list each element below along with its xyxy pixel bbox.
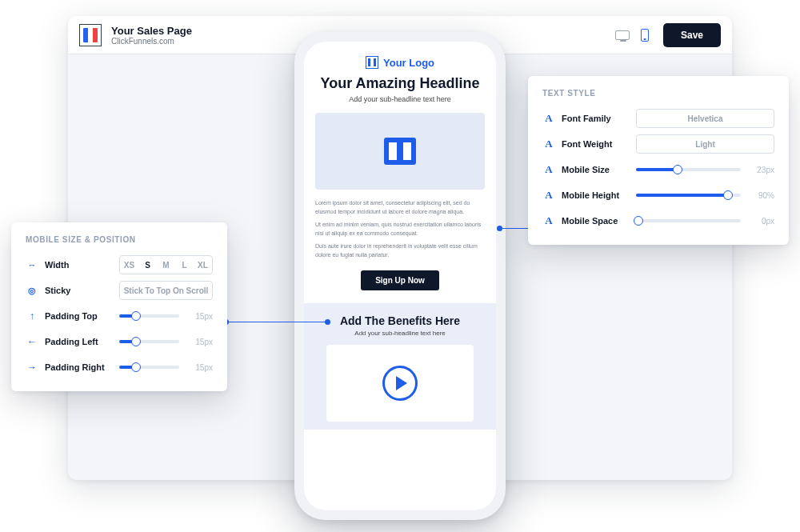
save-button[interactable]: Save [663, 23, 721, 47]
benefits-section[interactable]: Add The Benefits Here Add your sub-headl… [304, 303, 496, 430]
logo-icon [366, 56, 378, 69]
benefits-title: Add The Benefits Here [315, 314, 485, 327]
text-icon: A [542, 138, 555, 150]
body-paragraph: Lorem ipsum dolor sit amet, consectetur … [315, 199, 485, 216]
mobile-height-row: A Mobile Height 90% [542, 184, 774, 206]
phone-mockup: Your Logo Your Amazing Headline Add your… [294, 32, 506, 520]
body-paragraph: Ut enim ad minim veniam, quis nostrud ex… [315, 221, 485, 238]
font-family-select[interactable]: Helvetica [636, 109, 774, 128]
width-option-xs[interactable]: XS [120, 261, 138, 270]
mobile-size-panel: MOBILE SIZE & POSITION ↔ Width XS S M L … [11, 222, 227, 391]
width-row: ↔ Width XS S M L XL [26, 254, 213, 276]
logo-row: Your Logo [366, 56, 434, 69]
mobile-size-slider[interactable] [636, 168, 741, 171]
text-icon: A [542, 112, 555, 125]
mobile-space-value: 0px [747, 217, 774, 226]
width-option-xl[interactable]: XL [194, 261, 212, 270]
arrow-left-icon: ← [26, 336, 38, 347]
hero-image-placeholder[interactable] [315, 113, 485, 190]
video-placeholder[interactable] [326, 345, 474, 422]
padding-top-slider[interactable] [119, 314, 179, 318]
padding-right-slider[interactable] [119, 366, 179, 369]
mobile-icon[interactable] [638, 30, 652, 41]
mobile-space-label: Mobile Space [562, 216, 630, 226]
mobile-size-row: A Mobile Size 23px [542, 158, 774, 181]
padding-left-slider[interactable] [119, 340, 179, 343]
sticky-row: ◎ Sticky Stick To Top On Scroll [26, 279, 213, 302]
font-family-row: A Font Family Helvetica [542, 107, 774, 130]
page-title: Your Sales Page [111, 25, 192, 37]
padding-top-label: Padding Top [45, 311, 113, 321]
font-weight-select[interactable]: Light [636, 134, 774, 154]
panel-title: MOBILE SIZE & POSITION [26, 235, 213, 244]
logo-text: Your Logo [383, 57, 434, 69]
width-option-l[interactable]: L [175, 261, 194, 270]
body-text[interactable]: Lorem ipsum dolor sit amet, consectetur … [315, 199, 485, 264]
desktop-icon[interactable] [615, 30, 630, 41]
text-icon: A [542, 189, 555, 202]
font-weight-label: Font Weight [562, 139, 630, 149]
padding-left-value: 15px [186, 338, 213, 346]
cta-button[interactable]: Sign Up Now [361, 270, 439, 290]
mobile-space-slider[interactable] [636, 219, 741, 222]
image-icon [384, 138, 416, 165]
mobile-height-value: 90% [747, 191, 774, 200]
play-icon [382, 366, 418, 401]
width-segmented-control[interactable]: XS S M L XL [119, 255, 213, 274]
arrow-right-icon: → [26, 362, 38, 373]
mobile-height-slider[interactable] [636, 194, 741, 197]
font-weight-row: A Font Weight Light [542, 133, 774, 155]
panel-title: TEXT STYLE [542, 89, 774, 98]
sub-headline[interactable]: Add your sub-headline text here [349, 95, 451, 103]
mobile-height-label: Mobile Height [562, 190, 630, 200]
benefits-sub: Add your sub-headline text here [315, 330, 485, 337]
body-paragraph: Duis aute irure dolor in reprehenderit i… [315, 242, 485, 259]
text-style-panel: TEXT STYLE A Font Family Helvetica A Fon… [528, 76, 789, 245]
mobile-size-value: 23px [747, 166, 774, 174]
width-icon: ↔ [26, 260, 38, 270]
padding-right-label: Padding Right [45, 362, 113, 372]
text-icon: A [542, 163, 555, 176]
arrow-up-icon: ↑ [26, 310, 38, 322]
headline[interactable]: Your Amazing Headline [320, 75, 479, 92]
mobile-space-row: A Mobile Space 0px [542, 210, 774, 232]
padding-left-label: Padding Left [45, 337, 113, 346]
page-subtitle: ClickFunnels.com [111, 37, 192, 46]
padding-left-row: ← Padding Left 15px [26, 330, 213, 353]
width-option-m[interactable]: M [157, 261, 175, 270]
padding-right-value: 15px [186, 363, 213, 372]
mobile-size-label: Mobile Size [562, 165, 630, 174]
device-toggle [615, 30, 652, 41]
phone-screen: Your Logo Your Amazing Headline Add your… [304, 42, 496, 510]
connector-line-left [226, 322, 328, 322]
text-icon: A [542, 214, 555, 227]
padding-top-row: ↑ Padding Top 15px [26, 305, 213, 327]
app-logo-icon [79, 24, 102, 46]
font-family-label: Font Family [562, 114, 630, 123]
sticky-select[interactable]: Stick To Top On Scroll [119, 281, 213, 300]
sticky-label: Sticky [45, 286, 113, 295]
padding-right-row: → Padding Right 15px [26, 356, 213, 378]
width-label: Width [45, 260, 113, 270]
padding-top-value: 15px [186, 312, 213, 321]
title-block: Your Sales Page ClickFunnels.com [111, 25, 192, 46]
sticky-icon: ◎ [26, 286, 38, 296]
width-option-s[interactable]: S [138, 261, 157, 270]
